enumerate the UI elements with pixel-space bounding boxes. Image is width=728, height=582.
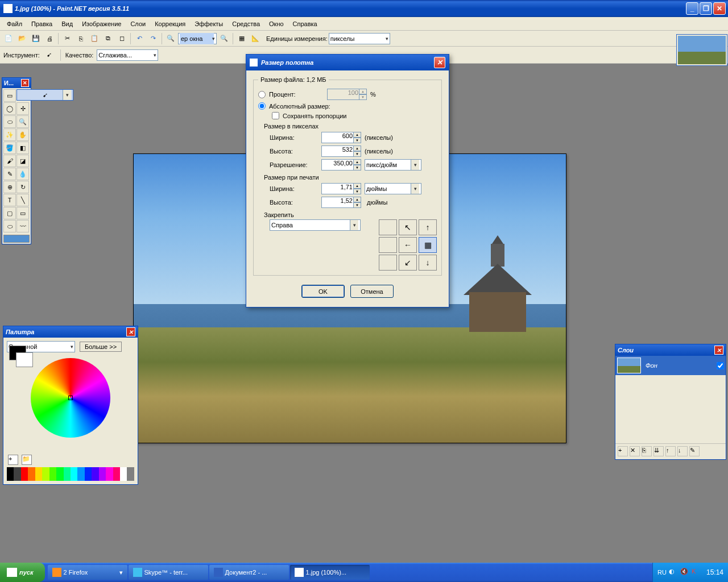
anchor-br[interactable]: ↓ bbox=[419, 255, 437, 271]
palette-color[interactable] bbox=[85, 467, 92, 481]
add-layer-icon[interactable]: + bbox=[618, 446, 628, 456]
text-tool[interactable]: T bbox=[3, 194, 16, 206]
pencil-tool[interactable]: ✎ bbox=[3, 168, 16, 180]
palette-color[interactable] bbox=[113, 467, 120, 481]
current-tool-icon[interactable]: ➹ bbox=[43, 49, 56, 61]
palette-color[interactable] bbox=[42, 467, 49, 481]
undo-icon[interactable]: ↶ bbox=[133, 32, 146, 45]
menu-file[interactable]: Файл bbox=[2, 18, 27, 30]
gradient-tool[interactable]: ◧ bbox=[16, 142, 29, 154]
taskbar-item[interactable]: Документ2 - ... bbox=[209, 565, 289, 580]
palette-color[interactable] bbox=[49, 467, 56, 481]
units-combo[interactable]: пикселы bbox=[329, 33, 390, 44]
menu-help[interactable]: Справка bbox=[288, 18, 322, 30]
close-button[interactable]: ✕ bbox=[713, 2, 726, 15]
color-wheel[interactable] bbox=[31, 358, 110, 438]
zoom-combo[interactable] bbox=[178, 33, 217, 44]
anchor-l[interactable] bbox=[379, 237, 397, 253]
eraser-tool[interactable]: ◪ bbox=[16, 155, 29, 167]
resolution-unit-combo[interactable]: пикс/дюйм bbox=[365, 159, 421, 171]
palette-color[interactable] bbox=[106, 467, 113, 481]
line-tool[interactable]: ╲ bbox=[16, 194, 29, 206]
color-strip[interactable] bbox=[7, 467, 134, 481]
anchor-b[interactable]: ↙ bbox=[399, 255, 417, 271]
palette-color[interactable] bbox=[64, 467, 71, 481]
dup-layer-icon[interactable]: ⎘ bbox=[642, 446, 652, 456]
ruler-icon[interactable]: 📐 bbox=[249, 32, 262, 45]
print-icon[interactable]: 🖨 bbox=[43, 32, 56, 45]
anchor-combo[interactable]: Справа bbox=[270, 219, 361, 231]
free-tool[interactable]: 〰 bbox=[16, 220, 29, 232]
tray-icon[interactable]: K bbox=[692, 568, 701, 577]
tray-icon[interactable]: ◐ bbox=[669, 568, 678, 577]
antialias-combo[interactable]: Сглажива... bbox=[97, 49, 158, 61]
palette-color[interactable] bbox=[77, 467, 84, 481]
tray-icon[interactable]: 🔇 bbox=[680, 568, 689, 577]
start-button[interactable]: пуск bbox=[0, 563, 45, 582]
palette-folder-icon[interactable]: 📁 bbox=[22, 455, 32, 465]
recolor-tool[interactable]: ↻ bbox=[16, 181, 29, 193]
move-sel-tool[interactable]: ✢ bbox=[16, 102, 29, 115]
rect-tool[interactable]: ▢ bbox=[3, 207, 16, 219]
height-input[interactable]: 532▲▼ bbox=[321, 146, 361, 157]
lasso-tool[interactable]: ◯ bbox=[3, 102, 16, 115]
menu-tools[interactable]: Средства bbox=[228, 18, 264, 30]
menu-view[interactable]: Вид bbox=[57, 18, 77, 30]
anchor-tr[interactable]: ↑ bbox=[419, 219, 437, 235]
zoom-tool[interactable]: 🔍 bbox=[16, 115, 29, 128]
menu-effects[interactable]: Эффекты bbox=[190, 18, 228, 30]
palette-color[interactable] bbox=[21, 467, 28, 481]
layer-item[interactable]: Фон bbox=[615, 356, 726, 375]
picker-tool[interactable]: 💧 bbox=[16, 168, 29, 180]
ellipse-sel-tool[interactable]: ⬭ bbox=[3, 115, 16, 128]
taskbar-item[interactable]: 1.jpg (100%)... bbox=[290, 565, 370, 580]
ellipse-tool[interactable]: ⬭ bbox=[3, 220, 16, 232]
new-icon[interactable]: 📄 bbox=[2, 32, 15, 45]
paste-icon[interactable]: 📋 bbox=[88, 32, 101, 45]
absolute-radio[interactable] bbox=[258, 102, 266, 110]
merge-layer-icon[interactable]: ⇊ bbox=[653, 446, 664, 456]
zoomin-icon[interactable]: 🔍 bbox=[218, 32, 230, 45]
palette-color[interactable] bbox=[7, 467, 14, 481]
cut-icon[interactable]: ✂ bbox=[61, 32, 73, 45]
dialog-close-icon[interactable]: ✕ bbox=[434, 57, 445, 68]
palette-color[interactable] bbox=[127, 467, 134, 481]
ok-button[interactable]: OK bbox=[301, 285, 345, 298]
anchor-r[interactable]: ▦ bbox=[419, 237, 437, 253]
palette-color[interactable] bbox=[71, 467, 77, 481]
menu-layers[interactable]: Слои bbox=[126, 18, 150, 30]
taskbar-item[interactable]: 2 Firefox ▾ bbox=[48, 565, 127, 580]
print-unit-combo[interactable]: дюймы bbox=[365, 183, 421, 194]
secondary-swatch[interactable] bbox=[16, 352, 33, 367]
clone-tool[interactable]: ⊕ bbox=[3, 181, 16, 193]
palette-color[interactable] bbox=[120, 467, 127, 481]
copy-icon[interactable]: ⎘ bbox=[75, 32, 87, 45]
anchor-c[interactable]: ← bbox=[399, 237, 417, 253]
palette-color[interactable] bbox=[28, 467, 35, 481]
down-layer-icon[interactable]: ↓ bbox=[677, 446, 688, 456]
maximize-button[interactable]: ❐ bbox=[700, 2, 712, 15]
anchor-t[interactable]: ↖ bbox=[399, 219, 417, 235]
menu-edit[interactable]: Правка bbox=[27, 18, 57, 30]
brush-tool[interactable]: 🖌 bbox=[3, 155, 16, 167]
width-input[interactable]: 600▲▼ bbox=[321, 132, 361, 143]
wand-tool[interactable]: ✨ bbox=[3, 128, 16, 141]
rect-select-tool[interactable]: ▭ bbox=[3, 89, 16, 102]
palette-color[interactable] bbox=[92, 467, 98, 481]
clock[interactable]: 15:14 bbox=[706, 568, 723, 576]
delete-layer-icon[interactable]: ✕ bbox=[630, 446, 640, 456]
save-icon[interactable]: 💾 bbox=[30, 32, 42, 45]
more-button[interactable]: Больше >> bbox=[80, 342, 122, 352]
zoomout-icon[interactable]: 🔍 bbox=[164, 32, 177, 45]
palette-color[interactable] bbox=[14, 467, 20, 481]
menu-image[interactable]: Изображение bbox=[77, 18, 126, 30]
layer-visible-checkbox[interactable] bbox=[717, 362, 724, 369]
layer-props-icon[interactable]: ✎ bbox=[689, 446, 700, 456]
minimize-button[interactable]: _ bbox=[686, 2, 698, 15]
palette-color[interactable] bbox=[35, 467, 42, 481]
palette-color[interactable] bbox=[99, 467, 106, 481]
deselect-icon[interactable]: ◻ bbox=[115, 32, 128, 45]
rrect-tool[interactable]: ▭ bbox=[16, 207, 29, 219]
lang-indicator[interactable]: RU bbox=[657, 569, 667, 576]
add-color-icon[interactable]: + bbox=[8, 455, 18, 465]
